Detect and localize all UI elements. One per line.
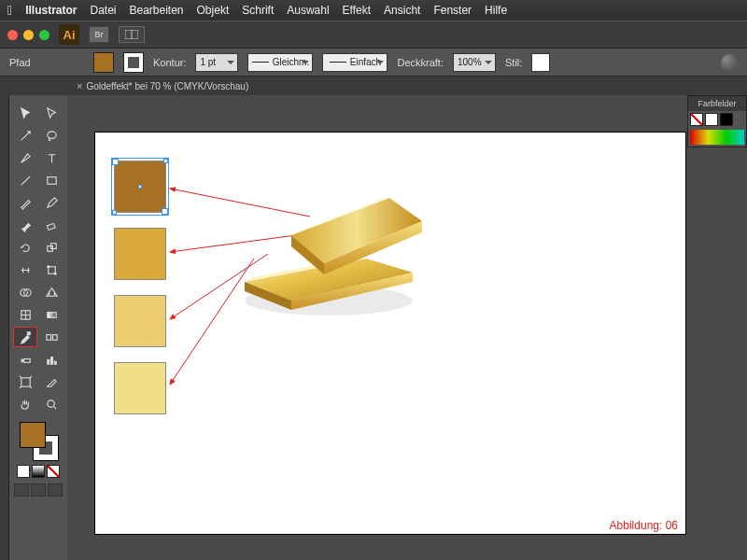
bridge-button[interactable]: Br [89, 26, 109, 43]
sampled-color-1[interactable] [114, 161, 166, 213]
brush-definition-dropdown[interactable]: Einfach [322, 53, 388, 72]
column-graph-tool[interactable] [39, 349, 63, 370]
app-name[interactable]: Illustrator [25, 4, 77, 17]
shape-builder-tool[interactable] [13, 282, 37, 302]
svg-rect-17 [23, 358, 30, 362]
rotate-tool[interactable] [13, 237, 37, 258]
menu-bearbeiten[interactable]: Bearbeiten [129, 4, 183, 17]
width-tool[interactable] [13, 259, 37, 280]
sampled-color-2[interactable] [114, 228, 166, 280]
menu-fenster[interactable]: Fenster [433, 4, 472, 17]
svg-rect-19 [50, 357, 52, 364]
kontur-label: Kontur: [153, 57, 186, 68]
scale-tool[interactable] [39, 237, 63, 258]
svg-rect-15 [46, 334, 50, 340]
direct-selection-tool[interactable] [39, 103, 63, 123]
selection-type-label: Pfad [9, 57, 84, 68]
color-mode-solid[interactable] [17, 465, 30, 478]
graphic-style-swatch[interactable] [531, 53, 550, 72]
sampled-color-3[interactable] [114, 295, 166, 347]
svg-rect-16 [52, 334, 57, 340]
free-transform-tool[interactable] [39, 259, 63, 280]
close-tab-icon[interactable]: × [77, 80, 82, 91]
menu-schrift[interactable]: Schrift [242, 4, 274, 17]
close-window-button[interactable] [7, 30, 18, 40]
draw-inside-button[interactable] [48, 483, 63, 497]
paintbrush-tool[interactable] [13, 192, 37, 213]
screen-mode-buttons [14, 483, 63, 497]
deckkraft-label: Deckkraft: [397, 57, 444, 68]
swatch-black[interactable] [720, 113, 733, 126]
toolbox [9, 95, 67, 560]
stroke-swatch[interactable] [123, 52, 144, 73]
type-tool[interactable] [39, 147, 63, 168]
symbol-sprayer-tool[interactable] [13, 349, 37, 370]
minimize-window-button[interactable] [23, 30, 34, 40]
mesh-tool[interactable] [13, 304, 37, 325]
zoom-tool[interactable] [39, 394, 63, 414]
magic-wand-tool[interactable] [13, 125, 37, 146]
swatch-spectrum[interactable] [690, 130, 744, 145]
svg-rect-3 [47, 176, 55, 184]
perspective-grid-tool[interactable] [39, 282, 63, 302]
stroke-profile-dropdown[interactable]: Gleichm. [247, 53, 313, 72]
window-controls [7, 30, 49, 40]
selection-tool[interactable] [13, 103, 37, 123]
swatch-none[interactable] [690, 113, 703, 126]
swatch-white[interactable] [705, 113, 718, 126]
blob-brush-tool[interactable] [13, 215, 37, 235]
workspace: Abbildung: 06 Farbfelder [0, 95, 747, 560]
artboard[interactable]: Abbildung: 06 [95, 133, 685, 534]
swatches-panel[interactable]: Farbfelder [687, 95, 747, 147]
svg-rect-21 [21, 377, 29, 385]
menu-auswahl[interactable]: Auswahl [287, 4, 329, 17]
menu-objekt[interactable]: Objekt [197, 4, 230, 17]
app-titlebar: Ai Br [0, 21, 747, 49]
rectangle-tool[interactable] [39, 170, 63, 190]
canvas-area[interactable]: Abbildung: 06 Farbfelder [67, 95, 747, 560]
menu-effekt[interactable]: Effekt [343, 4, 371, 17]
gold-bars-image [226, 170, 422, 319]
draw-behind-button[interactable] [31, 483, 46, 497]
illustrator-logo-icon: Ai [59, 24, 79, 45]
line-tool[interactable] [13, 170, 37, 190]
svg-rect-13 [47, 312, 55, 317]
pen-tool[interactable] [13, 147, 37, 168]
swatches-panel-title[interactable]: Farbfelder [688, 96, 746, 111]
color-mode-none[interactable] [47, 465, 60, 478]
document-tab[interactable]: Goldeffekt* bei 70 % (CMYK/Vorschau) [86, 81, 248, 91]
fill-swatch[interactable] [93, 52, 114, 73]
opacity-dropdown[interactable]: 100% [453, 53, 496, 72]
svg-rect-14 [27, 331, 30, 334]
color-mode-gradient[interactable] [32, 465, 45, 478]
document-setup-icon[interactable] [721, 54, 738, 71]
pencil-tool[interactable] [39, 192, 63, 213]
system-menubar:  Illustrator Datei Bearbeiten Objekt Sc… [0, 0, 747, 21]
fill-stroke-indicator[interactable] [18, 420, 59, 461]
fill-color-icon[interactable] [20, 422, 46, 448]
hand-tool[interactable] [13, 394, 37, 414]
eyedropper-tool[interactable] [13, 327, 37, 347]
stil-label: Stil: [505, 57, 522, 68]
panel-dock-left[interactable] [0, 95, 9, 560]
svg-rect-18 [47, 359, 49, 364]
artboard-tool[interactable] [13, 371, 37, 392]
lasso-tool[interactable] [39, 125, 63, 146]
menu-datei[interactable]: Datei [90, 4, 116, 17]
slice-tool[interactable] [39, 371, 63, 392]
eraser-tool[interactable] [39, 215, 63, 235]
svg-rect-4 [47, 223, 55, 230]
zoom-window-button[interactable] [39, 30, 49, 40]
arrange-documents-button[interactable] [119, 26, 145, 43]
sampled-color-4[interactable] [114, 362, 166, 414]
blend-tool[interactable] [39, 327, 63, 347]
svg-rect-20 [54, 361, 56, 364]
stroke-weight-dropdown[interactable]: 1 pt [195, 53, 238, 72]
gradient-tool[interactable] [39, 304, 63, 325]
menu-hilfe[interactable]: Hilfe [485, 4, 507, 17]
apple-menu-icon[interactable]:  [7, 3, 12, 18]
draw-normal-button[interactable] [14, 483, 29, 497]
color-mode-buttons [17, 465, 60, 478]
menu-ansicht[interactable]: Ansicht [384, 4, 420, 17]
control-bar: Pfad Kontur: 1 pt Gleichm. Einfach Deckk… [0, 49, 747, 77]
